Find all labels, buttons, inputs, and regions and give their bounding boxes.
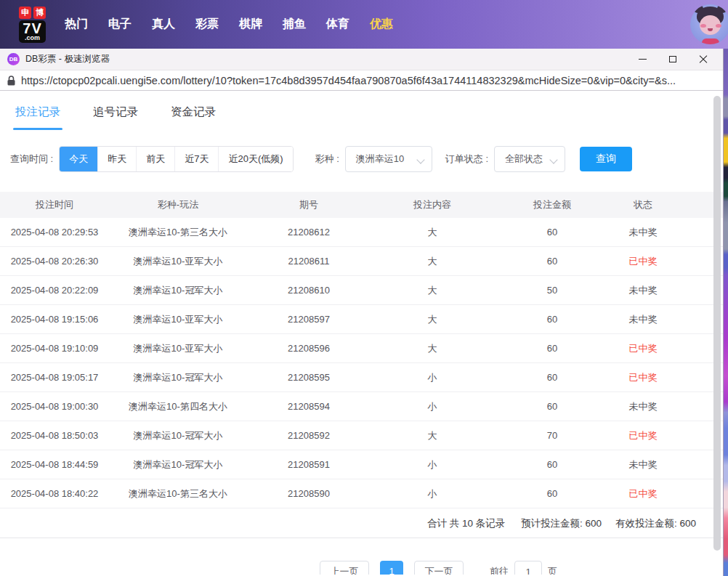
lottery-select-value: 澳洲幸运10 bbox=[356, 153, 404, 166]
site-logo[interactable]: 申 博 7V .com bbox=[19, 7, 46, 43]
game-play: 澳洲幸运10-亚军大小 bbox=[109, 342, 247, 355]
browser-titlebar: DB DB彩票 - 极速浏览器 bbox=[0, 49, 723, 70]
browser-window: DB DB彩票 - 极速浏览器 https://ctopcp02pcali.ue… bbox=[0, 49, 724, 576]
issue-number: 21208612 bbox=[247, 227, 371, 238]
bet-amount: 60 bbox=[494, 227, 610, 238]
bet-content: 小 bbox=[371, 487, 494, 500]
nav-item[interactable]: 优惠 bbox=[370, 17, 393, 32]
table-header-cell: 投注时间 bbox=[0, 198, 109, 211]
next-page-button[interactable]: 下一页 bbox=[414, 561, 464, 575]
maximize-button[interactable] bbox=[658, 49, 688, 70]
status-badge: 未中奖 bbox=[610, 458, 676, 471]
game-play: 澳洲幸运10-亚军大小 bbox=[109, 313, 247, 326]
time-filter-button[interactable]: 近7天 bbox=[174, 147, 218, 171]
time-filter-label: 查询时间 : bbox=[10, 153, 53, 166]
summary-total: 合计 共 10 条记录 bbox=[427, 508, 505, 538]
page-content: 投注记录 追号记录 资金记录 查询时间 : 今天 昨天 前天 bbox=[0, 91, 723, 575]
status-badge: 已中奖 bbox=[610, 487, 676, 500]
lock-icon bbox=[7, 76, 15, 86]
order-status-select[interactable]: 全部状态 bbox=[494, 146, 565, 172]
site-menu: 热门 电子 真人 彩票 棋牌 捕鱼 体育 优惠 bbox=[54, 17, 403, 32]
issue-number: 21208592 bbox=[247, 430, 371, 441]
tab[interactable]: 资金记录 bbox=[171, 105, 216, 130]
bet-content: 大 bbox=[371, 429, 494, 442]
table-row: 2025-04-08 18:50:03 澳洲幸运10-冠军大小 21208592… bbox=[0, 421, 723, 450]
bet-time: 2025-04-08 18:40:22 bbox=[0, 488, 109, 499]
prev-page-button[interactable]: 上一页 bbox=[320, 561, 369, 575]
minimize-button[interactable] bbox=[627, 49, 658, 70]
table-header-cell: 投注内容 bbox=[371, 198, 494, 211]
nav-item[interactable]: 体育 bbox=[326, 17, 349, 32]
nav-item[interactable]: 捕鱼 bbox=[283, 17, 306, 32]
status-badge: 未中奖 bbox=[610, 313, 676, 326]
screen: 申 博 7V .com 热门 电子 真人 彩票 棋牌 捕鱼 体育 bbox=[0, 0, 728, 576]
bet-amount: 50 bbox=[494, 285, 610, 296]
bet-amount: 60 bbox=[494, 459, 610, 470]
issue-number: 21208596 bbox=[247, 343, 371, 354]
bet-content: 小 bbox=[371, 458, 494, 471]
url-bar[interactable]: https://ctopcp02pcali.uengi5e.com/lotter… bbox=[0, 70, 723, 91]
maximize-icon bbox=[669, 56, 676, 62]
pagination: 上一页 1 下一页 前往 页 bbox=[320, 561, 557, 575]
table-summary: 合计 共 10 条记录 预计投注金额: 600 有效投注金额: 600 bbox=[0, 508, 723, 538]
lottery-filter-label: 彩种 : bbox=[315, 153, 339, 166]
bet-amount: 60 bbox=[494, 343, 610, 354]
bet-time: 2025-04-08 18:50:03 bbox=[0, 430, 109, 441]
status-badge: 已中奖 bbox=[610, 342, 676, 355]
bet-amount: 70 bbox=[494, 430, 610, 441]
close-button[interactable] bbox=[688, 49, 719, 70]
bet-time: 2025-04-08 19:00:30 bbox=[0, 401, 109, 412]
table-header-cell: 状态 bbox=[610, 198, 676, 211]
bet-time: 2025-04-08 18:44:59 bbox=[0, 459, 109, 470]
game-play: 澳洲幸运10-冠军大小 bbox=[109, 458, 247, 471]
bet-content: 小 bbox=[371, 371, 494, 384]
logo-suffix: .com bbox=[23, 35, 41, 41]
goto-page-input[interactable] bbox=[514, 561, 542, 575]
status-badge: 已中奖 bbox=[610, 429, 676, 442]
window-controls bbox=[627, 49, 719, 70]
bet-amount: 60 bbox=[494, 314, 610, 325]
order-status-value: 全部状态 bbox=[505, 153, 543, 166]
bet-content: 大 bbox=[371, 255, 494, 268]
logo-box: 7V .com bbox=[19, 20, 45, 43]
table-row: 2025-04-08 19:00:30 澳洲幸运10-第四名大小 2120859… bbox=[0, 392, 723, 421]
time-filter-button[interactable]: 今天 bbox=[60, 147, 97, 171]
table-row: 2025-04-08 18:40:22 澳洲幸运10-第三名大小 2120859… bbox=[0, 479, 723, 508]
user-avatar[interactable] bbox=[690, 4, 728, 44]
game-play: 澳洲幸运10-第三名大小 bbox=[109, 487, 247, 500]
avatar-body bbox=[702, 38, 719, 44]
page-unit-label: 页 bbox=[548, 565, 557, 575]
nav-item[interactable]: 电子 bbox=[108, 17, 132, 32]
issue-number: 21208610 bbox=[247, 285, 371, 296]
tab-bar: 投注记录 追号记录 资金记录 bbox=[0, 91, 723, 130]
time-filter-group: 今天 昨天 前天 近7天 近20天(低频) bbox=[59, 146, 293, 172]
bet-amount: 60 bbox=[494, 256, 610, 267]
nav-item[interactable]: 彩票 bbox=[195, 17, 219, 32]
table-header-cell: 彩种-玩法 bbox=[109, 198, 247, 211]
nav-item[interactable]: 真人 bbox=[152, 17, 175, 32]
close-icon bbox=[699, 55, 708, 64]
bet-content: 大 bbox=[371, 284, 494, 297]
tab[interactable]: 追号记录 bbox=[93, 105, 138, 130]
avatar-blush-left bbox=[700, 24, 706, 28]
time-filter-button[interactable]: 近20天(低频) bbox=[218, 147, 292, 171]
bet-time: 2025-04-08 19:15:06 bbox=[0, 314, 109, 325]
lottery-select[interactable]: 澳洲幸运10 bbox=[345, 146, 432, 172]
nav-item[interactable]: 热门 bbox=[65, 17, 88, 32]
logo-badge-shen: 申 bbox=[19, 7, 31, 19]
window-title: DB彩票 - 极速浏览器 bbox=[25, 53, 110, 65]
tab[interactable]: 投注记录 bbox=[15, 105, 60, 130]
time-filter-button[interactable]: 前天 bbox=[136, 147, 174, 171]
nav-item[interactable]: 棋牌 bbox=[239, 17, 262, 32]
scrollbar[interactable] bbox=[713, 96, 721, 551]
page-number-active[interactable]: 1 bbox=[380, 561, 403, 575]
issue-number: 21208591 bbox=[247, 459, 371, 470]
search-button[interactable]: 查询 bbox=[580, 147, 632, 171]
table-row: 2025-04-08 19:05:17 澳洲幸运10-冠军大小 21208595… bbox=[0, 363, 723, 392]
bet-amount: 60 bbox=[494, 372, 610, 383]
bet-content: 大 bbox=[371, 226, 494, 239]
time-filter-button[interactable]: 昨天 bbox=[97, 147, 136, 171]
summary-expected-amount: 预计投注金额: 600 bbox=[521, 508, 602, 538]
table-header: 投注时间 彩种-玩法 期号 投注内容 投注金额 状态 bbox=[0, 192, 723, 218]
bet-content: 大 bbox=[371, 342, 494, 355]
